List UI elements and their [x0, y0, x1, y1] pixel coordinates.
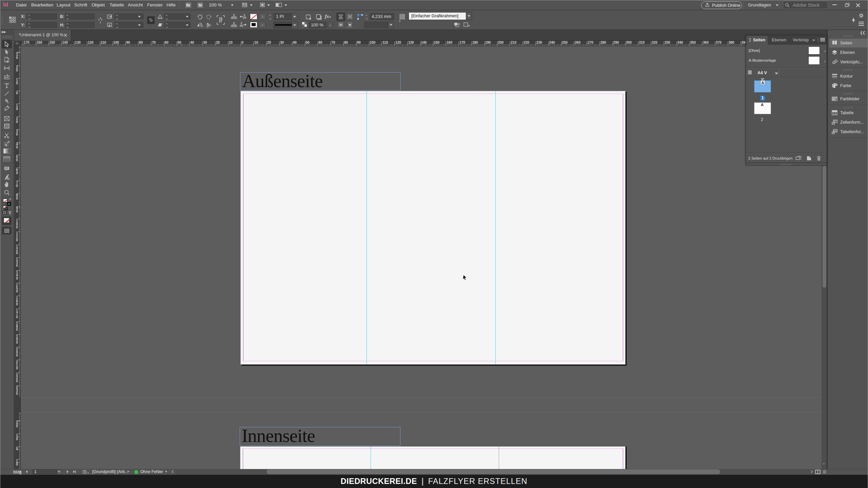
svg-text:P: P — [219, 16, 222, 24]
